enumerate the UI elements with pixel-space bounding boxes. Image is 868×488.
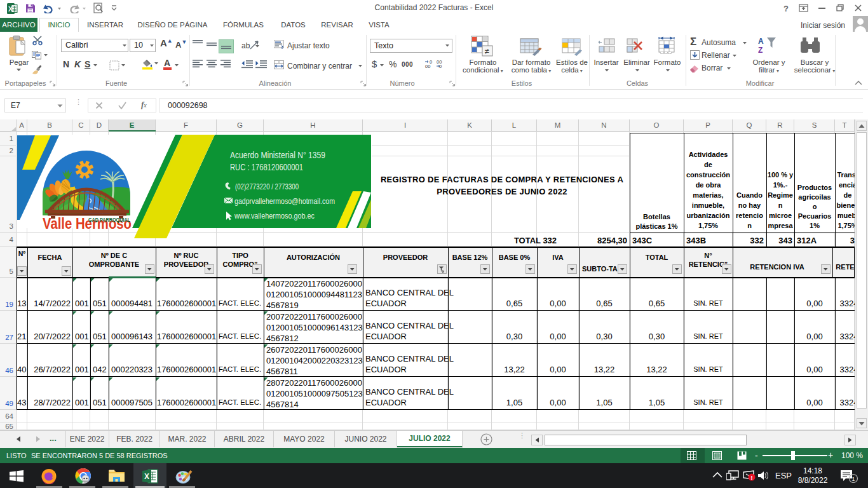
svg-text:1: 1 [851,475,855,482]
svg-text:!: ! [751,475,753,481]
svg-text:X: X [144,472,149,481]
